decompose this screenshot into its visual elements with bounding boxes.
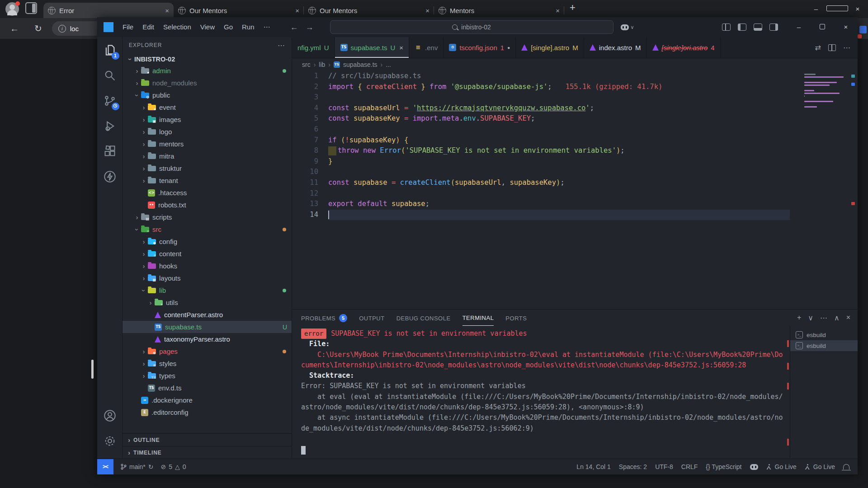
- editor-tab[interactable]: nfig.ymlU: [292, 37, 335, 58]
- browser-tab[interactable]: Mentors×: [434, 3, 564, 18]
- toggle-sidebar-icon[interactable]: [738, 23, 746, 31]
- panel-close-icon[interactable]: ×: [846, 314, 850, 322]
- menu-view[interactable]: View: [196, 23, 219, 31]
- activity-search-icon[interactable]: [102, 68, 118, 83]
- editor-tab[interactable]: [single].astroM: [516, 37, 584, 58]
- tree-item[interactable]: ›◍public: [123, 89, 292, 101]
- tree-item[interactable]: taxonomyParser.astro: [123, 333, 292, 345]
- tree-item[interactable]: ›tenant: [123, 174, 292, 187]
- remote-indicator[interactable]: ><: [97, 459, 113, 474]
- breadcrumb-item[interactable]: lib: [319, 61, 325, 68]
- terminal-scrollbar[interactable]: [785, 328, 789, 457]
- activity-files-icon[interactable]: 1: [102, 42, 118, 58]
- status-go-live-item[interactable]: Go Live: [766, 463, 797, 470]
- tree-item[interactable]: ›hooks: [123, 260, 292, 272]
- customize-layout-icon[interactable]: [722, 23, 731, 31]
- tree-item[interactable]: ›▣images: [123, 113, 292, 126]
- tree-item[interactable]: ›logo: [123, 126, 292, 138]
- tree-item[interactable]: ›node_modules: [123, 77, 292, 89]
- tree-item[interactable]: ›‹›src: [123, 223, 292, 235]
- code-line[interactable]: 14: [292, 210, 858, 221]
- tree-item[interactable]: ›struktur: [123, 162, 292, 174]
- site-info-icon[interactable]: i: [58, 25, 66, 33]
- code-line[interactable]: 6: [292, 124, 858, 135]
- tree-item[interactable]: ›✱config: [123, 235, 292, 248]
- section-timeline[interactable]: ›TIMELINE: [123, 446, 292, 459]
- tree-root[interactable]: › INBISTRO-02: [123, 53, 292, 65]
- tree-item[interactable]: ›+utils: [123, 296, 292, 309]
- status-copilot-item[interactable]: [750, 464, 758, 470]
- tree-item[interactable]: <>.htaccess: [123, 187, 292, 199]
- activity-lightning-icon[interactable]: [102, 169, 118, 184]
- new-terminal-icon[interactable]: +: [797, 314, 801, 322]
- panel-tab-output[interactable]: OUTPUT: [359, 310, 384, 326]
- toggle-secondary-sidebar-icon[interactable]: [769, 23, 778, 31]
- browser-tab[interactable]: Our Mentors×: [174, 3, 304, 18]
- browser-profile-avatar[interactable]: [5, 2, 19, 16]
- compare-changes-icon[interactable]: ⇄: [815, 43, 821, 52]
- code-line[interactable]: 5const supabaseKey = import.meta.env.SUP…: [292, 113, 858, 124]
- code-line[interactable]: 7if (!supabaseKey) {: [292, 135, 858, 146]
- editor-tab[interactable]: TSsupabase.tsU×: [335, 37, 410, 58]
- panel-tab-terminal[interactable]: TERMINAL: [462, 310, 494, 326]
- activity-settings-icon[interactable]: [102, 433, 118, 449]
- tree-item[interactable]: ••robots.txt: [123, 199, 292, 211]
- tab-close-icon[interactable]: ×: [295, 7, 299, 14]
- editor-tab[interactable]: index.astroM: [584, 37, 647, 58]
- editor-tab[interactable]: [single]ori.astro4: [647, 37, 721, 58]
- code-line[interactable]: 11const supabase = createClient(supabase…: [292, 178, 858, 188]
- editor-tab[interactable]: ⚙tsconfig.json1●: [443, 37, 516, 58]
- tab-close-icon[interactable]: ×: [425, 7, 429, 14]
- sync-icon[interactable]: ↻: [148, 463, 154, 470]
- tab-workspaces-icon[interactable]: [25, 2, 37, 14]
- code-line[interactable]: 9}: [292, 156, 858, 167]
- tree-item[interactable]: ›mitra: [123, 150, 292, 162]
- command-search-input[interactable]: inbistro-02: [330, 20, 613, 34]
- tree-item[interactable]: TSenv.d.ts: [123, 382, 292, 394]
- section-outline[interactable]: ›OUTLINE: [123, 433, 292, 446]
- status-utf-8-item[interactable]: UTF-8: [655, 463, 673, 470]
- tree-item[interactable]: ›mentors: [123, 138, 292, 150]
- code-line[interactable]: 2import { createClient } from '@supabase…: [292, 82, 858, 93]
- browser-maximize-button[interactable]: [826, 0, 847, 18]
- tab-close-icon[interactable]: ×: [165, 7, 169, 14]
- browser-tab[interactable]: Error×: [43, 3, 174, 18]
- menu-more[interactable]: ⋯: [259, 23, 275, 31]
- code-line[interactable]: 12: [292, 188, 858, 199]
- terminal-instance[interactable]: >_esbuild: [790, 340, 858, 351]
- activity-account-icon[interactable]: [102, 408, 118, 423]
- status-go-live-item[interactable]: Go Live: [805, 463, 835, 470]
- tab-close-icon[interactable]: ×: [556, 7, 560, 14]
- menu-selection[interactable]: Selection: [159, 23, 196, 31]
- panel-more-icon[interactable]: ⋯: [820, 314, 827, 322]
- breadcrumb-item[interactable]: supabase.ts: [343, 61, 377, 68]
- tree-item[interactable]: ›TStypes: [123, 370, 292, 382]
- tree-item[interactable]: ›●event: [123, 101, 292, 113]
- breadcrumb-item[interactable]: ...: [386, 61, 391, 68]
- tree-item[interactable]: E.editorconfig: [123, 406, 292, 418]
- status--typescript-item[interactable]: {} TypeScript: [706, 463, 741, 470]
- code-line[interactable]: 10: [292, 167, 858, 178]
- minimap[interactable]: [804, 74, 846, 112]
- activity-source-control-icon[interactable]: [102, 93, 118, 108]
- breadcrumb-item[interactable]: src: [302, 61, 311, 68]
- activity-run-debug-icon[interactable]: [102, 118, 118, 134]
- explorer-more-actions-icon[interactable]: ⋯: [278, 41, 285, 50]
- code-line[interactable]: 8throw new Error('SUPABASE_KEY is not se…: [292, 145, 858, 156]
- tree-item[interactable]: ›▤scripts: [123, 211, 292, 223]
- problems-item[interactable]: ⊘5 △0: [161, 463, 186, 470]
- split-editor-icon[interactable]: [828, 44, 836, 51]
- tree-item[interactable]: TSsupabase.tsU: [123, 321, 292, 333]
- reload-button[interactable]: ↻: [34, 23, 42, 34]
- panel-tab-ports[interactable]: PORTS: [505, 310, 527, 326]
- toggle-panel-icon[interactable]: [754, 23, 762, 31]
- back-button[interactable]: ←: [10, 23, 19, 34]
- terminal[interactable]: errorSUPABASE_KEY is not set in environm…: [292, 326, 790, 459]
- panel-maximize-icon[interactable]: ∧: [834, 314, 840, 322]
- git-branch-item[interactable]: main* ↻: [121, 463, 154, 470]
- menu-edit[interactable]: Edit: [138, 23, 159, 31]
- vscode-maximize-button[interactable]: [811, 17, 834, 37]
- tree-item[interactable]: ›▦layouts: [123, 272, 292, 284]
- terminal-dropdown-icon[interactable]: ∨: [808, 314, 813, 322]
- tree-item[interactable]: contentParser.astro: [123, 309, 292, 321]
